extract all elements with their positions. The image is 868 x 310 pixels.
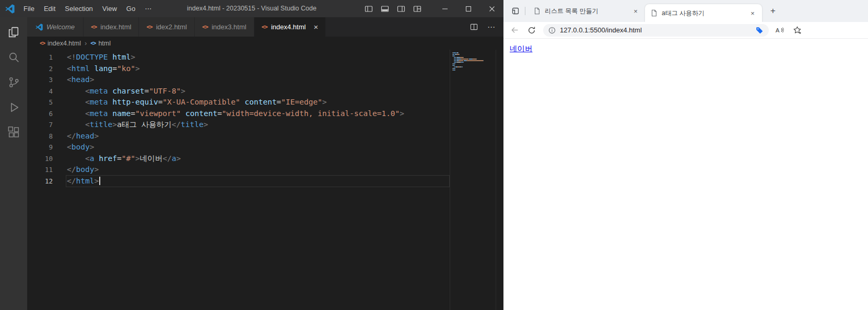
- customize-layout-icon[interactable]: [413, 5, 421, 13]
- toggle-secondary-sidebar-icon[interactable]: [397, 5, 405, 13]
- code-text: <meta http-equiv="X-UA-Compatible" conte…: [53, 97, 327, 108]
- code-line[interactable]: 5 <meta http-equiv="X-UA-Compatible" con…: [27, 97, 448, 108]
- tab-actions-icon[interactable]: [509, 4, 522, 18]
- line-number: 11: [27, 164, 53, 176]
- run-debug-icon[interactable]: [0, 95, 27, 120]
- line-number: 2: [27, 63, 53, 75]
- editor-scrollbar[interactable]: [496, 50, 503, 310]
- html-file-icon: <>: [40, 40, 45, 46]
- browser-tab-list[interactable]: 리스트 목록 만들기 ×: [528, 0, 645, 22]
- code-line[interactable]: 4 <meta charset="UTF-8">: [27, 86, 448, 97]
- code-line[interactable]: 6 <meta name="viewport" content="width=d…: [27, 108, 448, 120]
- address-bar[interactable]: 127.0.0.1:5500/index4.html: [543, 24, 769, 37]
- refresh-icon[interactable]: [527, 26, 536, 35]
- code-text: <a href="#">네이버</a>: [53, 153, 181, 165]
- text-cursor: [99, 177, 100, 185]
- code-text: </head>: [53, 131, 99, 142]
- line-number: 5: [27, 97, 53, 108]
- minimize-icon[interactable]: [433, 0, 456, 17]
- close-window-icon[interactable]: [480, 0, 503, 17]
- more-actions-icon[interactable]: ⋯: [487, 22, 495, 32]
- code-text: <body>: [53, 142, 94, 153]
- vscode-titlebar: File Edit Selection View Go ⋯ index4.htm…: [0, 0, 503, 17]
- tab-label: Welcome: [46, 23, 75, 31]
- browser-tab-bar: 리스트 목록 만들기 × a태그 사용하기 × +: [503, 0, 868, 22]
- line-number: 10: [27, 153, 53, 165]
- maximize-icon[interactable]: [456, 0, 480, 17]
- line-number: 3: [27, 74, 53, 86]
- editor-tab-index3-html[interactable]: <> index3.html: [195, 17, 254, 37]
- code-line[interactable]: 11</body>: [27, 164, 448, 176]
- code-line[interactable]: 2<html lang="ko">: [27, 63, 448, 75]
- code-text: <html lang="ko">: [53, 63, 140, 75]
- close-tab-icon[interactable]: ×: [313, 23, 318, 31]
- window-title: index4.html - 20230515 - Visual Studio C…: [187, 0, 316, 17]
- browser-viewport: 네이버: [503, 39, 868, 310]
- menu-view[interactable]: View: [98, 0, 122, 17]
- code-line[interactable]: 7 <title>a태그 사용하기</title>: [27, 119, 448, 131]
- editor-tab-welcome[interactable]: Welcome: [27, 17, 84, 37]
- breadcrumb-symbol[interactable]: html: [98, 40, 111, 47]
- split-editor-icon[interactable]: [470, 23, 478, 31]
- code-line[interactable]: 9<body>: [27, 142, 448, 153]
- code-line[interactable]: 8</head>: [27, 131, 448, 142]
- menubar: File Edit Selection View Go ⋯: [19, 0, 156, 17]
- code-line[interactable]: 10 <a href="#">네이버</a>: [27, 153, 448, 165]
- line-number: 12: [27, 176, 53, 187]
- html-file-icon: <>: [262, 24, 267, 30]
- code-text: </body>: [53, 164, 99, 176]
- source-control-icon[interactable]: [0, 70, 27, 95]
- breadcrumb-file[interactable]: index4.html: [48, 40, 81, 47]
- line-number: 9: [27, 142, 53, 153]
- minimap-content: [450, 50, 496, 71]
- naver-link[interactable]: 네이버: [510, 44, 533, 54]
- read-aloud-icon[interactable]: A: [775, 26, 784, 35]
- browser-tab-title: 리스트 목록 만들기: [545, 7, 627, 16]
- back-icon[interactable]: [510, 26, 519, 35]
- add-favorite-icon[interactable]: [793, 26, 802, 35]
- code-text: <meta name="viewport" content="width=dev…: [53, 108, 404, 120]
- url-text: 127.0.0.1:5500/index4.html: [560, 26, 642, 34]
- html-file-icon: <>: [146, 24, 152, 30]
- screen: File Edit Selection View Go ⋯ index4.htm…: [0, 0, 868, 310]
- extensions-icon[interactable]: [0, 120, 27, 145]
- close-tab-icon[interactable]: ×: [748, 9, 757, 17]
- line-number: 1: [27, 52, 53, 63]
- shopping-tag-icon[interactable]: [755, 26, 764, 35]
- breadcrumb: <> index4.html › <> html: [27, 37, 503, 50]
- editor-tab-bar: Welcome <> index.html <> idex2.html <> i…: [27, 17, 503, 37]
- editor-tab-idex2-html[interactable]: <> idex2.html: [139, 17, 195, 37]
- explorer-icon[interactable]: [0, 19, 27, 44]
- code-line[interactable]: 3<head>: [27, 74, 448, 86]
- activity-bar: [0, 17, 27, 310]
- close-tab-icon[interactable]: ×: [631, 7, 640, 15]
- search-icon[interactable]: [0, 44, 27, 70]
- line-number: 6: [27, 108, 53, 120]
- code-line[interactable]: 12</html>: [27, 176, 448, 187]
- line-number: 7: [27, 119, 53, 131]
- menu-go[interactable]: Go: [122, 0, 140, 17]
- html-file-icon: <>: [202, 24, 208, 30]
- titlebar-right: [365, 0, 503, 17]
- editor-tab-index4-html[interactable]: <> index4.html ×: [254, 17, 326, 37]
- menu-more[interactable]: ⋯: [140, 0, 156, 17]
- layout-controls: [365, 5, 421, 13]
- editor-tab-index-html[interactable]: <> index.html: [84, 17, 139, 37]
- code-editor[interactable]: 1<!DOCTYPE html>2<html lang="ko">3<head>…: [27, 50, 503, 310]
- menu-selection[interactable]: Selection: [60, 0, 97, 17]
- vscode-logo-icon: [5, 4, 15, 14]
- new-tab-icon[interactable]: +: [766, 4, 780, 18]
- toggle-sidebar-icon[interactable]: [365, 5, 373, 13]
- code-line[interactable]: 1<!DOCTYPE html>: [27, 52, 448, 63]
- tab-label: index4.html: [271, 23, 306, 31]
- toggle-panel-icon[interactable]: [381, 5, 389, 13]
- symbol-icon: <>: [90, 40, 96, 46]
- browser-tab-atag[interactable]: a태그 사용하기 ×: [645, 4, 762, 22]
- site-info-icon[interactable]: [548, 27, 556, 34]
- minimap[interactable]: [450, 50, 496, 310]
- menu-edit[interactable]: Edit: [39, 0, 60, 17]
- tab-label: index.html: [100, 23, 131, 31]
- code-text: <title>a태그 사용하기</title>: [53, 119, 208, 131]
- menu-file[interactable]: File: [19, 0, 39, 17]
- browser-window: 리스트 목록 만들기 × a태그 사용하기 × +: [503, 0, 868, 310]
